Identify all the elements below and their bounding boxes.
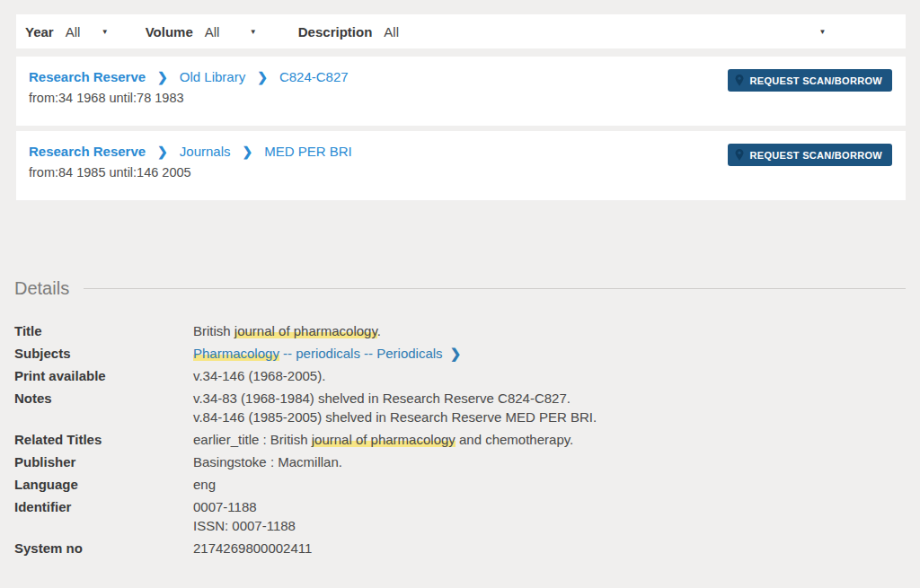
- request-button-label: REQUEST SCAN/BORROW: [750, 75, 882, 86]
- holdings-filter-bar: Year All ▼ Volume All ▼ Description All …: [16, 14, 906, 48]
- detail-label: Language: [14, 475, 193, 494]
- detail-label: Title: [14, 321, 193, 340]
- filter-group-description: Description All ▼: [298, 24, 827, 39]
- chevron-down-icon: ▼: [250, 28, 257, 36]
- detail-value: British journal of pharmacology.: [193, 321, 381, 340]
- detail-label: Print available: [14, 366, 193, 385]
- detail-label: Publisher: [14, 452, 193, 471]
- detail-row-language: Language eng: [14, 475, 906, 494]
- notes-line: v.34-83 (1968-1984) shelved in Research …: [193, 389, 597, 408]
- related-title-text: earlier_title : British: [193, 432, 312, 447]
- detail-row-print-available: Print available v.34-146 (1968-2005).: [14, 366, 906, 385]
- details-section-title: Details: [14, 278, 69, 299]
- breadcrumb-callnumber-link[interactable]: C824-C827: [279, 69, 349, 84]
- filter-group-year: Year All ▼: [25, 24, 109, 39]
- detail-value: 0007-1188 ISSN: 0007-1188: [193, 497, 296, 535]
- location-pin-icon: [735, 149, 744, 161]
- record-holdings-panel: Year All ▼ Volume All ▼ Description All …: [16, 14, 906, 200]
- identifier-line: 0007-1188: [193, 497, 296, 516]
- location-pin-icon: [735, 75, 744, 86]
- detail-row-title: Title British journal of pharmacology.: [14, 321, 906, 340]
- holding-availability-text: from:84 1985 until:146 2005: [29, 165, 893, 180]
- section-divider: [84, 288, 906, 289]
- search-term-highlight: journal of pharmacology: [234, 323, 377, 338]
- holding-row: Research Reserve ❯ Journals ❯ MED PER BR…: [16, 131, 906, 200]
- identifier-line: ISSN: 0007-1188: [193, 516, 296, 535]
- volume-filter-value: All: [205, 24, 220, 39]
- description-filter-label: Description: [298, 24, 373, 39]
- request-button-label: REQUEST SCAN/BORROW: [750, 150, 882, 161]
- holding-availability-text: from:34 1968 until:78 1983: [29, 91, 893, 105]
- detail-row-subjects: Subjects Pharmacology -- periodicals -- …: [14, 344, 906, 363]
- detail-label: Subjects: [14, 344, 193, 363]
- title-text: .: [377, 323, 381, 338]
- detail-value: v.34-146 (1968-2005).: [193, 366, 325, 385]
- breadcrumb-library-link[interactable]: Research Reserve: [29, 69, 146, 84]
- detail-row-notes: Notes v.34-83 (1968-1984) shelved in Res…: [14, 389, 906, 426]
- notes-line: v.84-146 (1985-2005) shelved in Research…: [193, 408, 597, 426]
- search-term-highlight: Pharmacology: [193, 346, 279, 361]
- detail-row-identifier: Identifier 0007-1188 ISSN: 0007-1188: [14, 497, 906, 535]
- detail-value: 2174269800002411: [193, 539, 312, 557]
- detail-row-publisher: Publisher Basingstoke : Macmillan.: [14, 452, 906, 471]
- volume-filter-label: Volume: [146, 24, 193, 39]
- chevron-down-icon: ▼: [818, 28, 826, 36]
- detail-value: v.34-83 (1968-1984) shelved in Research …: [193, 389, 597, 426]
- detail-label: Notes: [14, 389, 193, 426]
- year-filter-value: All: [66, 24, 81, 39]
- chevron-down-icon: ▼: [102, 28, 109, 36]
- search-term-highlight: journal of pharmacology: [312, 432, 456, 447]
- detail-value: Basingstoke : Macmillan.: [193, 452, 342, 471]
- subject-link[interactable]: Pharmacology -- periodicals -- Periodica…: [193, 346, 443, 361]
- breadcrumb-callnumber-link[interactable]: MED PER BRI: [264, 144, 352, 159]
- description-filter-value: All: [384, 24, 399, 39]
- detail-value: Pharmacology -- periodicals -- Periodica…: [193, 344, 461, 363]
- chevron-right-icon: ❯: [257, 71, 268, 83]
- breadcrumb-location-link[interactable]: Old Library: [180, 69, 245, 84]
- details-section: Details Title British journal of pharmac…: [14, 278, 906, 557]
- request-scan-borrow-button[interactable]: REQUEST SCAN/BORROW: [728, 144, 892, 166]
- chevron-right-icon[interactable]: ❯: [450, 346, 462, 361]
- detail-label: Identifier: [14, 497, 193, 535]
- year-filter-select[interactable]: All ▼: [66, 24, 109, 39]
- detail-value: eng: [193, 475, 216, 494]
- volume-filter-select[interactable]: All ▼: [205, 24, 257, 39]
- request-scan-borrow-button[interactable]: REQUEST SCAN/BORROW: [728, 69, 892, 92]
- detail-value: earlier_title : British journal of pharm…: [193, 430, 573, 449]
- chevron-right-icon: ❯: [157, 145, 168, 158]
- chevron-right-icon: ❯: [243, 145, 253, 158]
- detail-label: System no: [14, 539, 193, 557]
- description-filter-select[interactable]: All ▼: [384, 24, 826, 39]
- details-header: Details: [14, 278, 906, 299]
- title-text: British: [193, 323, 234, 338]
- detail-label: Related Titles: [14, 430, 193, 449]
- holding-row: Research Reserve ❯ Old Library ❯ C824-C8…: [16, 57, 906, 126]
- subject-link-text: -- periodicals -- Periodicals: [279, 346, 443, 361]
- related-title-text: and chemotherapy.: [456, 432, 573, 447]
- filter-group-volume: Volume All ▼: [146, 24, 257, 39]
- detail-row-system-no: System no 2174269800002411: [14, 539, 906, 557]
- breadcrumb-location-link[interactable]: Journals: [180, 144, 231, 159]
- year-filter-label: Year: [25, 24, 54, 39]
- detail-row-related-titles: Related Titles earlier_title : British j…: [14, 430, 906, 449]
- details-table: Title British journal of pharmacology. S…: [14, 321, 906, 557]
- chevron-right-icon: ❯: [157, 71, 168, 83]
- breadcrumb-library-link[interactable]: Research Reserve: [29, 144, 146, 159]
